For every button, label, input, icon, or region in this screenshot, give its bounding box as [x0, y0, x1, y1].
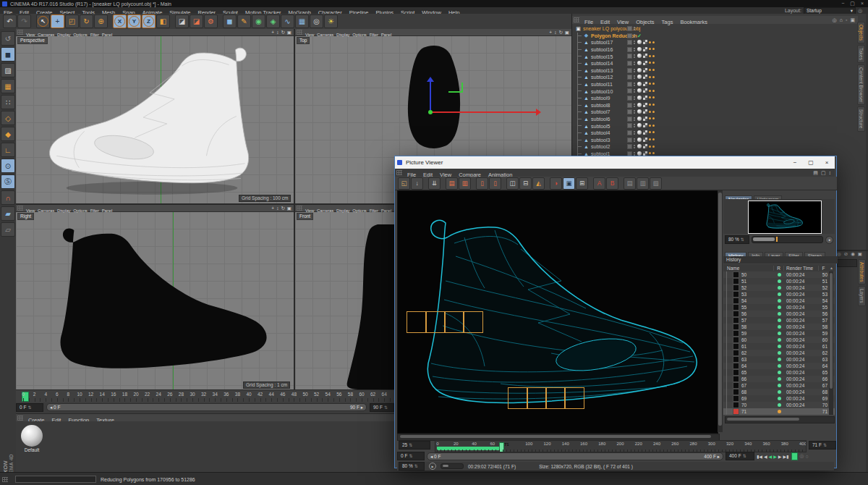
prev-frame-icon[interactable]: ◀ — [764, 454, 767, 459]
texture-tag-icon[interactable] — [637, 61, 642, 65]
texture-tag-icon[interactable] — [637, 68, 642, 72]
viewport-menu-display[interactable]: Display — [56, 33, 72, 37]
material-thumbnail[interactable]: Default — [20, 424, 44, 455]
uv-tag-icon[interactable] — [643, 96, 647, 100]
uv-tag-icon[interactable] — [643, 151, 647, 156]
history-row[interactable]: 5600:00:2456 — [723, 311, 835, 317]
column-name[interactable]: Name — [723, 266, 774, 271]
record-icon[interactable] — [791, 452, 798, 460]
menu-item-bookmarks[interactable]: Bookmarks — [676, 19, 711, 25]
history-row[interactable]: 5100:00:2451 — [723, 278, 835, 284]
pv-maximize-icon[interactable]: ▢ — [803, 156, 819, 169]
split-vertical-icon[interactable]: ⊟ — [519, 177, 532, 190]
viewport-label[interactable]: Top — [297, 37, 310, 44]
enable-toggle-icon[interactable] — [627, 47, 632, 52]
target-icon[interactable]: ◉ — [851, 251, 855, 257]
fit-to-view-icon[interactable]: ▣ — [563, 177, 575, 190]
pv-end-frame-spinner[interactable]: 400 F⇅ — [726, 452, 754, 460]
viewport-menu-panel[interactable]: Panel — [101, 208, 114, 213]
selection-tag-icon[interactable] — [649, 90, 651, 92]
selection-tag-icon[interactable] — [649, 48, 651, 50]
selection-tag-icon[interactable] — [652, 96, 655, 98]
history-row[interactable]: 6500:00:2465 — [723, 369, 835, 376]
undo-icon[interactable]: ↶ — [3, 14, 17, 28]
history-row[interactable]: 6400:00:2464 — [723, 363, 835, 369]
visibility-dots-icon[interactable] — [634, 152, 635, 156]
selection-tag-icon[interactable] — [649, 83, 651, 85]
object-row-subtool14[interactable]: ▲subtool14 — [574, 60, 857, 67]
viewport-label[interactable]: Front — [297, 213, 313, 220]
viewport-menu-view[interactable]: View — [25, 208, 36, 213]
visibility-dots-icon[interactable] — [634, 117, 635, 121]
toggle-view-icon[interactable]: ▣ — [287, 30, 292, 35]
visibility-dots-icon[interactable] — [634, 27, 635, 30]
history-row[interactable]: 5800:00:2458 — [723, 324, 835, 330]
uv-tag-icon[interactable] — [643, 61, 647, 65]
selection-tag-icon[interactable] — [652, 48, 655, 50]
column-r[interactable]: R — [774, 266, 784, 271]
selection-tag-icon[interactable] — [652, 55, 655, 57]
visibility-dots-icon[interactable] — [634, 75, 635, 79]
link-icon[interactable]: ◦ — [846, 17, 847, 23]
history-row[interactable]: 5000:00:2450 — [723, 271, 835, 278]
enable-toggle-icon[interactable] — [627, 40, 632, 45]
gizmo-center-icon[interactable] — [428, 110, 433, 114]
viewport-menu-options[interactable]: Options — [351, 33, 367, 37]
home-icon[interactable]: ⌂ — [840, 17, 843, 23]
zoom-reset-icon[interactable]: ● — [825, 236, 833, 244]
points-mode-icon[interactable]: ∷ — [1, 95, 15, 109]
object-row-subtool2[interactable]: ▲subtool2 — [574, 143, 857, 151]
texture-tag-icon[interactable] — [637, 54, 642, 58]
pan-icon[interactable]: + — [271, 206, 274, 211]
add-cube-icon[interactable]: ◼ — [223, 14, 237, 28]
compare-b-icon[interactable]: ▯ — [489, 177, 501, 190]
texture-tag-icon[interactable] — [637, 96, 642, 100]
viewport-label[interactable]: Right — [17, 213, 34, 220]
viewport-menu-options[interactable]: Options — [72, 208, 88, 213]
viewport-menu-view[interactable]: View — [25, 33, 36, 37]
object-row-subtool12[interactable]: ▲subtool12 — [574, 74, 857, 81]
object-row-subtool9[interactable]: ▲subtool9 — [574, 95, 857, 102]
pv-current-frame-box[interactable]: 71 F⇅ — [809, 441, 836, 450]
selection-tag-icon[interactable] — [649, 104, 651, 106]
frame-range-slider[interactable]: ◂ 0 F90 F ▸ — [46, 403, 367, 411]
uv-tag-icon[interactable] — [643, 40, 647, 44]
render-view-icon[interactable]: ◪ — [175, 14, 189, 28]
om-tab-objects[interactable]: Objects — [857, 22, 865, 43]
object-row-subtool15[interactable]: ▲subtool15 — [574, 53, 857, 60]
mograph-icon[interactable]: ◈ — [266, 14, 280, 28]
pv-zoom-spinner[interactable]: 80 %⇅ — [399, 462, 425, 471]
enable-toggle-icon[interactable] — [627, 82, 632, 87]
uv-tag-icon[interactable] — [643, 109, 647, 114]
rotate-icon[interactable]: ↻ — [281, 30, 284, 35]
edges-mode-icon[interactable]: ◇ — [1, 111, 15, 125]
visibility-dots-icon[interactable] — [634, 110, 635, 114]
uv-tag-icon[interactable] — [643, 47, 647, 51]
selection-tag-icon[interactable] — [652, 41, 655, 43]
texture-tag-icon[interactable] — [637, 109, 642, 114]
uv-tag-icon[interactable] — [643, 68, 647, 72]
selection-tag-icon[interactable] — [652, 131, 655, 133]
object-row-subtool11[interactable]: ▲subtool11 — [574, 81, 857, 88]
viewport-perspective[interactable] — [16, 35, 294, 203]
go-start-icon[interactable]: ▮◀ — [757, 454, 762, 459]
viewport-label[interactable]: Perspective — [17, 37, 48, 44]
texture-tag-icon[interactable] — [637, 130, 642, 135]
selection-tag-icon[interactable] — [652, 69, 655, 71]
selection-tag-icon[interactable] — [649, 125, 651, 127]
z-axis-gizmo[interactable] — [430, 82, 431, 112]
camera-icon[interactable]: ◎ — [799, 453, 804, 459]
panel-icon[interactable]: ▣ — [858, 251, 862, 257]
uv-tag-icon[interactable] — [643, 103, 647, 107]
toggle-view-icon[interactable]: ▣ — [287, 206, 292, 211]
zoom-spinner[interactable]: 80 %⇅ — [725, 235, 749, 244]
move-view-icon[interactable]: ↕ — [829, 170, 832, 176]
column-f[interactable]: F — [819, 266, 828, 271]
visibility-dots-icon[interactable] — [634, 138, 635, 142]
viewport-menu-display[interactable]: Display — [56, 208, 72, 213]
zoom-slider[interactable] — [752, 236, 823, 243]
sneaker-model-right[interactable] — [30, 222, 291, 388]
main-timeline-ruler[interactable]: 0246810121416182022242628303234363840424… — [16, 389, 394, 403]
object-row-subtool6[interactable]: ▲subtool6 — [574, 116, 857, 123]
texture-tag-icon[interactable] — [637, 88, 642, 93]
